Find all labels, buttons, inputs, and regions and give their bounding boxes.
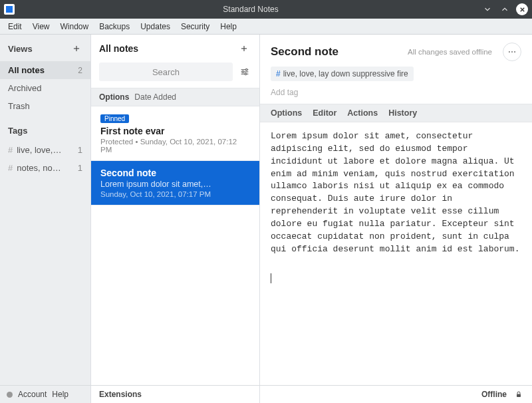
note-list-item[interactable]: Second note Lorem ipsum dolor sit amet,…… (91, 161, 259, 205)
options-link[interactable]: Options (99, 92, 129, 102)
lock-icon[interactable] (515, 390, 523, 398)
menu-help[interactable]: Help (216, 21, 241, 33)
sliders-icon (239, 67, 250, 77)
notes-list-heading: All notes (99, 43, 138, 54)
pinned-badge: Pinned (100, 114, 129, 123)
statusbar: Account Help Extensions Offline (0, 385, 532, 403)
sidebar-item-archived[interactable]: Archived (0, 79, 90, 97)
tag-count: 1 (78, 145, 82, 155)
note-preview: Lorem ipsum dolor sit amet,… (100, 180, 250, 189)
views-heading: Views (8, 44, 33, 54)
sidebar-item-label: All notes (8, 65, 45, 75)
search-placeholder: Search (152, 67, 180, 77)
hash-icon: # (276, 69, 281, 78)
sidebar-item-label: Archived (8, 83, 42, 93)
svg-point-9 (245, 68, 247, 70)
note-list-item[interactable]: Pinned First note evar Protected • Sunda… (91, 106, 259, 161)
plus-icon (72, 44, 81, 53)
status-dot-icon (7, 392, 13, 398)
offline-status: Offline (481, 390, 507, 399)
account-link[interactable]: Account (18, 390, 47, 399)
note-title: First note evar (100, 126, 250, 136)
tag-count: 1 (78, 163, 82, 173)
window-minimize-button[interactable] (481, 3, 493, 15)
sidebar-tag[interactable]: # notes, no… 1 (0, 159, 90, 177)
more-options-button[interactable] (503, 43, 521, 61)
editor-text: Lorem ipsum dolor sit amet, consectetur … (271, 131, 519, 254)
menu-security[interactable]: Security (177, 21, 213, 33)
menu-view[interactable]: View (29, 21, 54, 33)
tag-chip-label: live, love, lay down suppressive fire (283, 69, 408, 78)
extensions-link[interactable]: Extensions (99, 390, 142, 399)
svg-point-14 (514, 51, 515, 53)
sidebar-item-label: Trash (8, 101, 30, 111)
note-meta: Protected • Sunday, Oct 10, 2021, 07:12 … (100, 138, 250, 154)
svg-point-12 (509, 51, 510, 53)
hash-icon: # (8, 145, 13, 155)
help-link[interactable]: Help (52, 390, 68, 399)
window-titlebar: Standard Notes (0, 0, 532, 19)
sidebar-item-count: 2 (78, 66, 82, 75)
filter-button[interactable] (238, 65, 251, 78)
sidebar-tag[interactable]: # live, love,… 1 (0, 141, 90, 159)
plus-icon (239, 44, 249, 53)
window-title: Standard Notes (20, 5, 481, 14)
menu-window[interactable]: Window (56, 21, 92, 33)
sidebar: Views All notes 2 Archived Trash Tags # … (0, 35, 91, 385)
sort-indicator[interactable]: Date Added (134, 92, 176, 102)
editor-title[interactable]: Second note (271, 45, 402, 59)
ellipsis-icon (507, 47, 517, 57)
editor-tab-options[interactable]: Options (271, 108, 302, 118)
save-status: All changes saved offline (408, 48, 492, 56)
tag-name: notes, no… (17, 163, 74, 173)
note-title: Second note (100, 168, 250, 178)
add-tag-input[interactable]: Add tag (260, 85, 532, 104)
menu-updates[interactable]: Updates (136, 21, 174, 33)
editor-tab-actions[interactable]: Actions (347, 108, 378, 118)
add-note-button[interactable] (237, 41, 251, 56)
editor-tab-history[interactable]: History (388, 108, 417, 118)
app-icon (4, 4, 15, 15)
note-meta: Sunday, Oct 10, 2021, 07:17 PM (100, 190, 250, 198)
tag-name: live, love,… (17, 145, 74, 155)
notes-list: All notes Search Options Date Added Pinn… (91, 35, 260, 385)
menubar: Edit View Window Backups Updates Securit… (0, 19, 532, 35)
svg-point-10 (242, 71, 244, 73)
window-close-button[interactable] (516, 3, 528, 15)
svg-rect-15 (517, 394, 521, 398)
editor-pane: Second note All changes saved offline # … (260, 35, 532, 385)
svg-point-13 (511, 51, 513, 53)
text-cursor (271, 273, 271, 283)
add-view-button[interactable] (69, 41, 84, 56)
hash-icon: # (8, 163, 13, 173)
window-maximize-button[interactable] (499, 3, 511, 15)
sidebar-item-trash[interactable]: Trash (0, 97, 90, 115)
sidebar-item-all-notes[interactable]: All notes 2 (0, 61, 90, 79)
editor-tab-editor[interactable]: Editor (313, 108, 336, 118)
tag-chip[interactable]: # live, love, lay down suppressive fire (271, 67, 414, 81)
tags-heading: Tags (8, 126, 27, 136)
editor-body[interactable]: Lorem ipsum dolor sit amet, consectetur … (260, 122, 532, 385)
menu-edit[interactable]: Edit (4, 21, 26, 33)
menu-backups[interactable]: Backups (95, 21, 134, 33)
search-input[interactable]: Search (99, 63, 233, 81)
svg-point-11 (245, 73, 247, 75)
